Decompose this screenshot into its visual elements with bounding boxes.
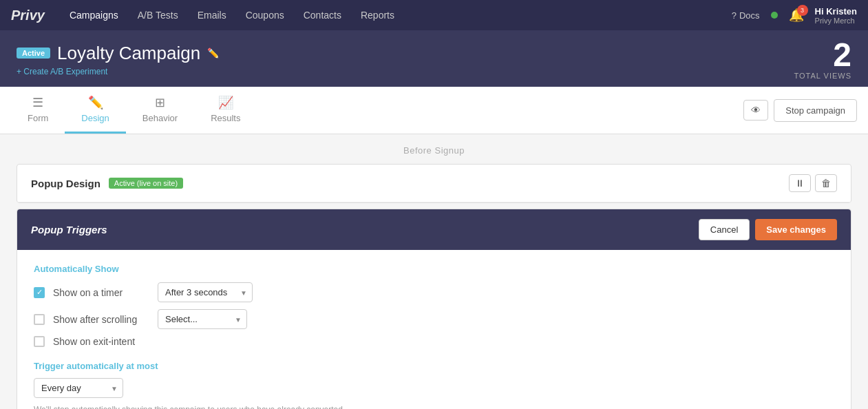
delete-button[interactable]: 🗑 — [815, 174, 837, 192]
nav-emails[interactable]: Emails — [189, 6, 235, 25]
timer-trigger-row: ✓ Show on a timer After 3 seconds After … — [34, 282, 834, 302]
behavior-icon: ⊞ — [155, 95, 165, 110]
timer-checkbox[interactable]: ✓ — [34, 287, 45, 298]
nav-campaigns[interactable]: Campaigns — [61, 6, 127, 25]
exit-intent-label: Show on exit-intent — [53, 336, 149, 347]
form-icon: ☰ — [32, 95, 43, 110]
scrolling-checkbox[interactable] — [34, 314, 45, 325]
design-icon: ✏️ — [88, 95, 103, 110]
tab-behavior[interactable]: ⊞ Behavior — [126, 87, 194, 134]
exit-intent-checkbox[interactable] — [34, 336, 45, 347]
trigger-most-label: Trigger automatically at most — [34, 361, 834, 371]
tab-actions: 👁 Stop campaign — [743, 94, 857, 127]
total-views-label: TOTAL VIEWS — [794, 72, 851, 80]
timer-select-wrapper: After 3 seconds After 5 seconds After 10… — [158, 282, 253, 302]
campaign-title: Loyalty Campaign — [57, 43, 200, 64]
results-icon: 📈 — [218, 95, 233, 110]
total-views-number: 2 — [794, 39, 851, 72]
section-before-signup: Before Signup — [17, 145, 851, 156]
top-nav: Privy Campaigns A/B Tests Emails Coupons… — [0, 0, 868, 30]
nav-coupons[interactable]: Coupons — [237, 6, 293, 25]
frequency-select[interactable]: Every day Every week Every month Every s… — [34, 378, 123, 398]
triggers-title: Popup Triggers — [31, 224, 107, 235]
campaign-stats: 2 TOTAL VIEWS — [794, 39, 851, 80]
frequency-select-wrapper: Every day Every week Every month Every s… — [34, 378, 123, 398]
status-dot — [771, 12, 778, 19]
user-menu[interactable]: Hi Kristen Privy Merch — [815, 6, 857, 25]
save-changes-button[interactable]: Save changes — [755, 219, 837, 240]
campaign-title-row: Active Loyalty Campaign ✏️ — [17, 43, 219, 64]
triggers-body: Automatically Show ✓ Show on a timer Aft… — [17, 250, 851, 409]
tabs: ☰ Form ✏️ Design ⊞ Behavior 📈 Results — [11, 87, 743, 134]
scrolling-trigger-row: Show after scrolling Select... 25% 50% 7… — [34, 309, 834, 329]
nav-ab-tests[interactable]: A/B Tests — [129, 6, 187, 25]
tab-design[interactable]: ✏️ Design — [65, 87, 125, 134]
live-badge: Active (live on site) — [109, 178, 183, 189]
auto-show-label: Automatically Show — [34, 264, 834, 274]
edit-icon[interactable]: ✏️ — [207, 48, 219, 59]
nav-reports[interactable]: Reports — [352, 6, 403, 25]
nav-contacts[interactable]: Contacts — [295, 6, 350, 25]
popup-design-header: Popup Design Active (live on site) ⏸ 🗑 — [17, 165, 851, 202]
nav-right: ? Docs 🔔 3 Hi Kristen Privy Merch — [732, 6, 857, 25]
question-icon: ? — [732, 10, 737, 21]
nav-links: Campaigns A/B Tests Emails Coupons Conta… — [61, 6, 732, 25]
scrolling-label: Show after scrolling — [53, 314, 149, 325]
timer-select[interactable]: After 3 seconds After 5 seconds After 10… — [158, 282, 253, 302]
exit-intent-trigger-row: Show on exit-intent — [34, 336, 834, 347]
notification-badge: 3 — [797, 5, 808, 16]
campaign-info: Active Loyalty Campaign ✏️ + Create A/B … — [17, 43, 219, 76]
popup-triggers-card: Popup Triggers Cancel Save changes Autom… — [17, 209, 851, 409]
popup-design-card: Popup Design Active (live on site) ⏸ 🗑 — [17, 164, 851, 203]
trigger-frequency-section: Trigger automatically at most Every day … — [34, 361, 834, 409]
help-text: We'll stop automatically showing this ca… — [34, 405, 834, 409]
cancel-button[interactable]: Cancel — [699, 219, 750, 240]
campaign-header: Active Loyalty Campaign ✏️ + Create A/B … — [0, 30, 868, 87]
stop-campaign-button[interactable]: Stop campaign — [774, 99, 857, 122]
triggers-actions: Cancel Save changes — [699, 219, 837, 240]
timer-label: Show on a timer — [53, 287, 149, 298]
notifications-button[interactable]: 🔔 3 — [789, 8, 804, 23]
popup-design-title: Popup Design — [31, 178, 100, 189]
triggers-header: Popup Triggers Cancel Save changes — [17, 209, 851, 250]
pause-button[interactable]: ⏸ — [789, 174, 811, 192]
tab-results[interactable]: 📈 Results — [194, 87, 257, 134]
scrolling-select[interactable]: Select... 25% 50% 75% — [158, 309, 247, 329]
tab-form[interactable]: ☰ Form — [11, 87, 65, 134]
preview-button[interactable]: 👁 — [743, 100, 768, 120]
status-badge: Active — [17, 48, 50, 59]
content-area: Before Signup Popup Design Active (live … — [0, 134, 868, 409]
docs-link[interactable]: ? Docs — [732, 10, 760, 21]
scrolling-select-wrapper: Select... 25% 50% 75% — [158, 309, 247, 329]
create-ab-link[interactable]: + Create A/B Experiment — [17, 67, 219, 76]
logo: Privy — [11, 8, 45, 23]
tab-bar: ☰ Form ✏️ Design ⊞ Behavior 📈 Results 👁 … — [0, 87, 868, 134]
